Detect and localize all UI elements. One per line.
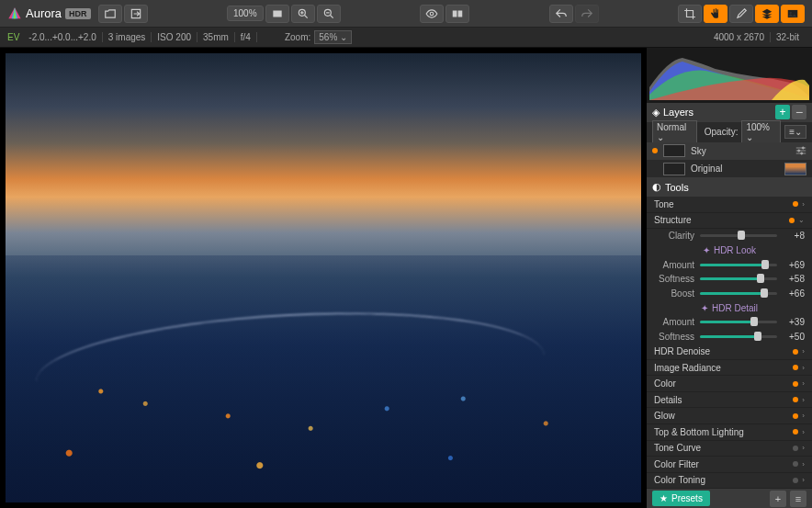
tools-icon: ◐ xyxy=(652,181,661,193)
zoom-out-button[interactable] xyxy=(317,5,341,23)
tool-row-color[interactable]: Color› xyxy=(647,376,812,392)
zoom-in-button[interactable] xyxy=(291,5,315,23)
aperture-value: f/4 xyxy=(235,32,257,42)
crop-button[interactable] xyxy=(678,5,702,23)
open-button[interactable] xyxy=(98,5,122,23)
app-logo: Aurora HDR xyxy=(7,6,91,21)
image-button[interactable] xyxy=(781,5,805,23)
svg-rect-3 xyxy=(273,10,281,17)
right-sidebar: ◈ Layers + − Normal ⌄ Opacity: 100% ⌄ ≡⌄… xyxy=(647,48,812,508)
sparkle-icon: ✦ xyxy=(703,245,710,255)
tool-row-details[interactable]: Details› xyxy=(647,392,812,409)
opacity-select[interactable]: 100% ⌄ xyxy=(741,120,781,144)
tools-title: Tools xyxy=(665,182,689,193)
layer-preview-thumbnail xyxy=(784,163,806,175)
zoom-select[interactable]: 56% ⌄ xyxy=(314,30,352,44)
tool-row-structure[interactable]: Structure⌄ xyxy=(647,213,812,230)
layer-name: Original xyxy=(691,164,722,174)
bit-depth: 32-bit xyxy=(771,32,805,42)
compare-button[interactable] xyxy=(445,5,469,23)
tool-row-tonecurve[interactable]: Tone Curve› xyxy=(647,441,812,457)
fit-screen-button[interactable] xyxy=(265,5,289,23)
main-toolbar: Aurora HDR 100% xyxy=(0,0,812,28)
hdrlook-boost-slider[interactable]: Boost+66 xyxy=(647,287,812,301)
aurora-logo-icon xyxy=(7,6,22,21)
tool-row-denoise[interactable]: HDR Denoise› xyxy=(647,344,812,360)
tool-row-radiance[interactable]: Image Radiance› xyxy=(647,360,812,377)
hdr-look-header: ✦HDR Look xyxy=(647,243,812,258)
layer-row[interactable]: Original xyxy=(647,160,812,177)
hdrdetail-softness-slider[interactable]: Softness+50 xyxy=(647,330,812,344)
svg-point-10 xyxy=(789,11,791,13)
redo-button[interactable] xyxy=(575,5,599,23)
info-bar: EV -2.0...+0.0...+2.0 3 images ISO 200 3… xyxy=(0,28,812,48)
svg-point-11 xyxy=(802,147,804,149)
layer-name: Sky xyxy=(691,146,706,156)
undo-button[interactable] xyxy=(549,5,573,23)
photo-preview xyxy=(6,53,641,502)
layers-title: Layers xyxy=(663,107,694,118)
preview-button[interactable] xyxy=(420,5,444,23)
tool-row-colortoning[interactable]: Color Toning› xyxy=(647,473,812,490)
svg-rect-8 xyxy=(458,10,463,17)
layer-thumbnail xyxy=(663,144,685,157)
presets-button[interactable]: ★Presets xyxy=(652,491,710,506)
clarity-slider[interactable]: Clarity +8 xyxy=(647,229,812,243)
hdrlook-amount-slider[interactable]: Amount+69 xyxy=(647,257,812,272)
tool-row-topbottom[interactable]: Top & Bottom Lighting› xyxy=(647,424,812,441)
hand-button[interactable] xyxy=(704,5,727,23)
iso-value: ISO 200 xyxy=(152,32,197,42)
layer-thumbnail xyxy=(663,163,685,175)
canvas-area[interactable] xyxy=(0,48,647,508)
svg-rect-7 xyxy=(453,10,457,17)
preset-menu-button[interactable]: ≡ xyxy=(790,491,806,507)
histogram[interactable] xyxy=(647,48,812,103)
tool-row-glow[interactable]: Glow› xyxy=(647,408,812,424)
star-icon: ★ xyxy=(660,493,668,503)
focal-length: 35mm xyxy=(197,32,235,42)
add-layer-button[interactable]: + xyxy=(775,105,790,119)
blend-mode-select[interactable]: Normal ⌄ xyxy=(652,120,697,144)
app-name: Aurora xyxy=(26,6,62,20)
tool-row-tone[interactable]: Tone› xyxy=(647,197,812,213)
remove-layer-button[interactable]: − xyxy=(792,105,806,119)
chevron-right-icon: › xyxy=(802,200,805,209)
tool-row-colorfilter[interactable]: Color Filter› xyxy=(647,457,812,473)
svg-point-12 xyxy=(798,150,800,152)
layers-icon: ◈ xyxy=(652,107,660,119)
export-button[interactable] xyxy=(124,5,148,23)
opacity-label: Opacity: xyxy=(705,127,739,137)
tools-panel-header: ◐ Tools xyxy=(647,177,812,197)
images-count: 3 images xyxy=(103,32,152,42)
image-dimensions: 4000 x 2670 xyxy=(708,32,771,42)
presets-bar: ★Presets + ≡ xyxy=(647,489,812,508)
layer-controls: Normal ⌄ Opacity: 100% ⌄ ≡⌄ xyxy=(647,122,812,142)
ev-value: -2.0...+0.0...+2.0 xyxy=(23,32,102,42)
svg-point-6 xyxy=(430,12,434,16)
sparkle-icon: ✦ xyxy=(701,303,708,313)
hdrlook-softness-slider[interactable]: Softness+58 xyxy=(647,272,812,287)
layer-row[interactable]: Sky xyxy=(647,142,812,160)
zoom-100-button[interactable]: 100% xyxy=(227,6,264,21)
sliders-icon[interactable] xyxy=(795,146,806,155)
layers-panel-header: ◈ Layers + − xyxy=(647,103,812,122)
layer-active-dot xyxy=(652,148,658,153)
add-preset-button[interactable]: + xyxy=(770,491,786,507)
hdr-badge: HDR xyxy=(65,8,91,19)
zoom-label: Zoom: xyxy=(285,32,310,42)
ev-label: EV xyxy=(7,32,23,42)
svg-point-13 xyxy=(801,152,803,154)
brush-button[interactable] xyxy=(729,5,753,23)
chevron-down-icon: ⌄ xyxy=(798,216,805,224)
hdrdetail-amount-slider[interactable]: Amount+39 xyxy=(647,315,812,330)
hdr-detail-header: ✦HDR Detail xyxy=(647,300,812,315)
layer-options-button[interactable]: ≡⌄ xyxy=(784,125,806,139)
layers-button[interactable] xyxy=(755,5,779,23)
